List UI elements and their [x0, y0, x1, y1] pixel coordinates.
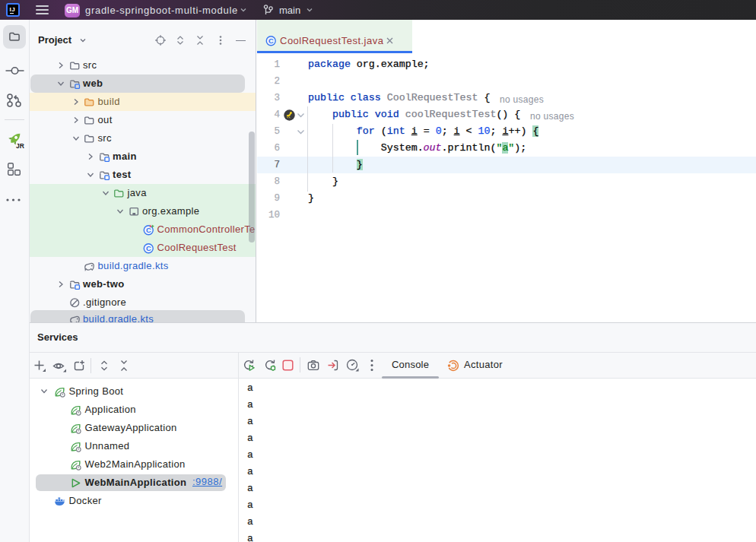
svg-text:JR: JR: [16, 142, 24, 149]
svg-text:C: C: [146, 227, 151, 234]
svg-text:C: C: [146, 245, 151, 252]
svg-text:C: C: [268, 37, 274, 45]
